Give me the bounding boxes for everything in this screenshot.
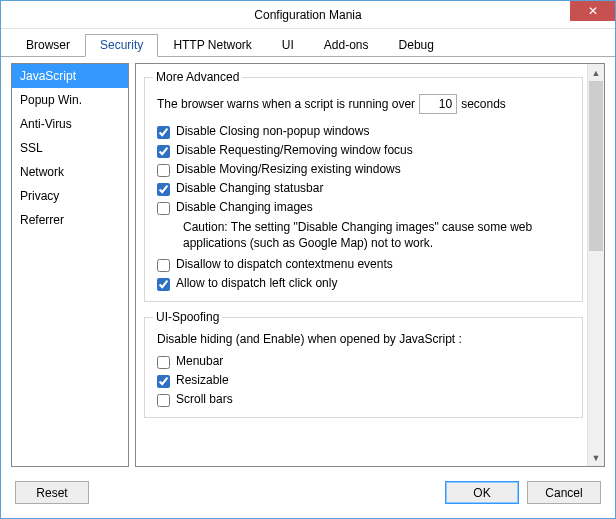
opt-disable-images[interactable]: Disable Changing images: [153, 198, 574, 217]
opt-disable-closing-nonpopup[interactable]: Disable Closing non-popup windows: [153, 122, 574, 141]
opt-label: Allow to dispatch left click only: [176, 276, 337, 290]
scroll-up-icon[interactable]: ▲: [588, 64, 604, 81]
script-warn-prefix: The browser warns when a script is runni…: [157, 97, 415, 111]
window-title: Configuration Mania: [1, 8, 615, 22]
opt-leftclick-only[interactable]: Allow to dispatch left click only: [153, 274, 574, 293]
checkbox-disable-window-focus[interactable]: [157, 145, 170, 158]
button-bar: Reset OK Cancel: [1, 473, 615, 518]
ok-button[interactable]: OK: [445, 481, 519, 504]
reset-button[interactable]: Reset: [15, 481, 89, 504]
tab-ui[interactable]: UI: [267, 34, 309, 57]
sidebar-item-ssl[interactable]: SSL: [12, 136, 128, 160]
group-more-advanced: More Advanced The browser warns when a s…: [144, 70, 583, 302]
opt-label: Disable Closing non-popup windows: [176, 124, 369, 138]
sidebar-item-privacy[interactable]: Privacy: [12, 184, 128, 208]
opt-disable-move-resize[interactable]: Disable Moving/Resizing existing windows: [153, 160, 574, 179]
sidebar: JavaScript Popup Win. Anti-Virus SSL Net…: [11, 63, 129, 467]
sidebar-item-referrer[interactable]: Referrer: [12, 208, 128, 232]
tab-debug[interactable]: Debug: [384, 34, 449, 57]
script-warn-suffix: seconds: [461, 97, 506, 111]
checkbox-menubar[interactable]: [157, 356, 170, 369]
tab-http-network[interactable]: HTTP Network: [158, 34, 266, 57]
opt-label: Resizable: [176, 373, 229, 387]
opt-resizable[interactable]: Resizable: [153, 371, 574, 390]
checkbox-disable-images[interactable]: [157, 202, 170, 215]
ui-spoofing-note: Disable hiding (and Enable) when opened …: [153, 330, 574, 352]
titlebar: Configuration Mania ✕: [1, 1, 615, 29]
opt-disable-statusbar[interactable]: Disable Changing statusbar: [153, 179, 574, 198]
close-icon: ✕: [588, 5, 598, 17]
opt-label: Disallow to dispatch contextmenu events: [176, 257, 393, 271]
checkbox-disable-statusbar[interactable]: [157, 183, 170, 196]
content-area: JavaScript Popup Win. Anti-Virus SSL Net…: [1, 57, 615, 473]
tab-browser[interactable]: Browser: [11, 34, 85, 57]
checkbox-disable-move-resize[interactable]: [157, 164, 170, 177]
window-close-button[interactable]: ✕: [570, 1, 615, 21]
main-scroll: More Advanced The browser warns when a s…: [136, 64, 587, 466]
cancel-button[interactable]: Cancel: [527, 481, 601, 504]
main-panel: More Advanced The browser warns when a s…: [135, 63, 605, 467]
vertical-scrollbar[interactable]: ▲ ▼: [587, 64, 604, 466]
caution-text: Caution: The setting "Disable Changing i…: [153, 217, 574, 255]
opt-label: Scroll bars: [176, 392, 233, 406]
opt-menubar[interactable]: Menubar: [153, 352, 574, 371]
script-warn-row: The browser warns when a script is runni…: [153, 90, 574, 122]
tab-bar: Browser Security HTTP Network UI Add-ons…: [1, 29, 615, 57]
script-warn-seconds-input[interactable]: [419, 94, 457, 114]
tab-addons[interactable]: Add-ons: [309, 34, 384, 57]
group-ui-spoofing-legend: UI-Spoofing: [153, 310, 222, 324]
scroll-down-icon[interactable]: ▼: [588, 449, 604, 466]
opt-scrollbars[interactable]: Scroll bars: [153, 390, 574, 409]
group-ui-spoofing: UI-Spoofing Disable hiding (and Enable) …: [144, 310, 583, 418]
opt-label: Menubar: [176, 354, 223, 368]
opt-label: Disable Changing statusbar: [176, 181, 323, 195]
checkbox-disallow-contextmenu[interactable]: [157, 259, 170, 272]
opt-disable-window-focus[interactable]: Disable Requesting/Removing window focus: [153, 141, 574, 160]
checkbox-leftclick-only[interactable]: [157, 278, 170, 291]
sidebar-item-antivirus[interactable]: Anti-Virus: [12, 112, 128, 136]
opt-label: Disable Moving/Resizing existing windows: [176, 162, 401, 176]
opt-disallow-contextmenu[interactable]: Disallow to dispatch contextmenu events: [153, 255, 574, 274]
sidebar-item-popup[interactable]: Popup Win.: [12, 88, 128, 112]
checkbox-resizable[interactable]: [157, 375, 170, 388]
opt-label: Disable Changing images: [176, 200, 313, 214]
opt-label: Disable Requesting/Removing window focus: [176, 143, 413, 157]
checkbox-disable-closing-nonpopup[interactable]: [157, 126, 170, 139]
group-more-advanced-legend: More Advanced: [153, 70, 242, 84]
sidebar-item-network[interactable]: Network: [12, 160, 128, 184]
scroll-thumb[interactable]: [589, 81, 603, 251]
sidebar-item-javascript[interactable]: JavaScript: [12, 64, 128, 88]
tab-security[interactable]: Security: [85, 34, 158, 57]
checkbox-scrollbars[interactable]: [157, 394, 170, 407]
